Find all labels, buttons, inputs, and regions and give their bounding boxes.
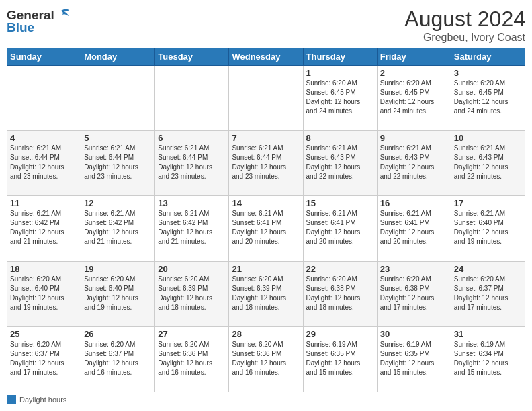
calendar-day-19: 19Sunrise: 6:20 AM Sunset: 6:40 PM Dayli…: [81, 261, 155, 326]
calendar-header-row: SundayMondayTuesdayWednesdayThursdayFrid…: [7, 48, 525, 66]
calendar-day-21: 21Sunrise: 6:20 AM Sunset: 6:39 PM Dayli…: [229, 261, 303, 326]
calendar-day-14: 14Sunrise: 6:21 AM Sunset: 6:41 PM Dayli…: [229, 196, 303, 261]
day-info: Sunrise: 6:21 AM Sunset: 6:43 PM Dayligh…: [306, 144, 374, 181]
day-info: Sunrise: 6:20 AM Sunset: 6:40 PM Dayligh…: [84, 275, 152, 312]
day-info: Sunrise: 6:20 AM Sunset: 6:39 PM Dayligh…: [232, 275, 300, 312]
day-number: 21: [232, 264, 300, 274]
day-info: Sunrise: 6:21 AM Sunset: 6:44 PM Dayligh…: [232, 144, 300, 181]
day-number: 14: [232, 198, 300, 208]
day-info: Sunrise: 6:21 AM Sunset: 6:41 PM Dayligh…: [306, 209, 374, 246]
day-info: Sunrise: 6:19 AM Sunset: 6:35 PM Dayligh…: [380, 340, 448, 377]
main-title: August 2024: [404, 7, 525, 32]
calendar-header-friday: Friday: [377, 48, 451, 66]
day-number: 20: [158, 264, 226, 274]
calendar-empty-cell: [7, 66, 81, 131]
legend-label: Daylight hours: [19, 396, 66, 404]
day-number: 30: [380, 329, 448, 339]
day-info: Sunrise: 6:20 AM Sunset: 6:36 PM Dayligh…: [158, 340, 226, 377]
calendar-day-13: 13Sunrise: 6:21 AM Sunset: 6:42 PM Dayli…: [155, 196, 229, 261]
day-info: Sunrise: 6:21 AM Sunset: 6:42 PM Dayligh…: [158, 209, 226, 246]
calendar-day-9: 9Sunrise: 6:21 AM Sunset: 6:43 PM Daylig…: [377, 131, 451, 196]
calendar-day-11: 11Sunrise: 6:21 AM Sunset: 6:42 PM Dayli…: [7, 196, 81, 261]
calendar-header-monday: Monday: [81, 48, 155, 66]
day-number: 28: [232, 329, 300, 339]
calendar-empty-cell: [229, 66, 303, 131]
day-info: Sunrise: 6:20 AM Sunset: 6:39 PM Dayligh…: [158, 275, 226, 312]
day-info: Sunrise: 6:21 AM Sunset: 6:44 PM Dayligh…: [84, 144, 152, 181]
day-number: 2: [380, 68, 448, 78]
calendar-day-24: 24Sunrise: 6:20 AM Sunset: 6:37 PM Dayli…: [451, 261, 525, 326]
logo-bird-icon: [56, 7, 71, 21]
day-info: Sunrise: 6:20 AM Sunset: 6:45 PM Dayligh…: [454, 79, 522, 116]
calendar-day-15: 15Sunrise: 6:21 AM Sunset: 6:41 PM Dayli…: [303, 196, 377, 261]
calendar-day-23: 23Sunrise: 6:20 AM Sunset: 6:38 PM Dayli…: [377, 261, 451, 326]
day-info: Sunrise: 6:21 AM Sunset: 6:42 PM Dayligh…: [84, 209, 152, 246]
calendar-day-4: 4Sunrise: 6:21 AM Sunset: 6:44 PM Daylig…: [7, 131, 81, 196]
day-number: 9: [380, 133, 448, 143]
day-info: Sunrise: 6:20 AM Sunset: 6:45 PM Dayligh…: [380, 79, 448, 116]
legend: Daylight hours: [7, 395, 525, 404]
calendar-week-row: 25Sunrise: 6:20 AM Sunset: 6:37 PM Dayli…: [7, 326, 525, 392]
day-number: 12: [84, 198, 152, 208]
calendar-day-8: 8Sunrise: 6:21 AM Sunset: 6:43 PM Daylig…: [303, 131, 377, 196]
day-number: 8: [306, 133, 374, 143]
day-number: 31: [454, 329, 522, 339]
calendar-week-row: 4Sunrise: 6:21 AM Sunset: 6:44 PM Daylig…: [7, 131, 525, 196]
calendar-day-25: 25Sunrise: 6:20 AM Sunset: 6:37 PM Dayli…: [7, 326, 81, 392]
calendar-day-17: 17Sunrise: 6:21 AM Sunset: 6:40 PM Dayli…: [451, 196, 525, 261]
day-info: Sunrise: 6:20 AM Sunset: 6:45 PM Dayligh…: [306, 79, 374, 116]
calendar-week-row: 1Sunrise: 6:20 AM Sunset: 6:45 PM Daylig…: [7, 66, 525, 131]
calendar-day-10: 10Sunrise: 6:21 AM Sunset: 6:43 PM Dayli…: [451, 131, 525, 196]
calendar-day-1: 1Sunrise: 6:20 AM Sunset: 6:45 PM Daylig…: [303, 66, 377, 131]
day-info: Sunrise: 6:19 AM Sunset: 6:35 PM Dayligh…: [306, 340, 374, 377]
calendar-day-16: 16Sunrise: 6:21 AM Sunset: 6:41 PM Dayli…: [377, 196, 451, 261]
day-number: 4: [10, 133, 78, 143]
logo-blue: Blue: [7, 20, 34, 35]
calendar-day-2: 2Sunrise: 6:20 AM Sunset: 6:45 PM Daylig…: [377, 66, 451, 131]
calendar-header-thursday: Thursday: [303, 48, 377, 66]
calendar-header-saturday: Saturday: [451, 48, 525, 66]
calendar-week-row: 11Sunrise: 6:21 AM Sunset: 6:42 PM Dayli…: [7, 196, 525, 261]
day-info: Sunrise: 6:21 AM Sunset: 6:44 PM Dayligh…: [10, 144, 78, 181]
day-number: 6: [158, 133, 226, 143]
subtitle: Gregbeu, Ivory Coast: [404, 32, 525, 44]
day-number: 19: [84, 264, 152, 274]
day-info: Sunrise: 6:20 AM Sunset: 6:40 PM Dayligh…: [10, 275, 78, 312]
day-info: Sunrise: 6:20 AM Sunset: 6:36 PM Dayligh…: [232, 340, 300, 377]
day-number: 15: [306, 198, 374, 208]
calendar-day-22: 22Sunrise: 6:20 AM Sunset: 6:38 PM Dayli…: [303, 261, 377, 326]
calendar-day-6: 6Sunrise: 6:21 AM Sunset: 6:44 PM Daylig…: [155, 131, 229, 196]
day-number: 11: [10, 198, 78, 208]
calendar-day-30: 30Sunrise: 6:19 AM Sunset: 6:35 PM Dayli…: [377, 326, 451, 392]
day-number: 22: [306, 264, 374, 274]
calendar-day-3: 3Sunrise: 6:20 AM Sunset: 6:45 PM Daylig…: [451, 66, 525, 131]
day-info: Sunrise: 6:21 AM Sunset: 6:43 PM Dayligh…: [454, 144, 522, 181]
calendar-day-26: 26Sunrise: 6:20 AM Sunset: 6:37 PM Dayli…: [81, 326, 155, 392]
day-info: Sunrise: 6:21 AM Sunset: 6:43 PM Dayligh…: [380, 144, 448, 181]
day-info: Sunrise: 6:20 AM Sunset: 6:37 PM Dayligh…: [10, 340, 78, 377]
day-number: 23: [380, 264, 448, 274]
calendar-empty-cell: [81, 66, 155, 131]
day-info: Sunrise: 6:20 AM Sunset: 6:38 PM Dayligh…: [306, 275, 374, 312]
calendar-table: SundayMondayTuesdayWednesdayThursdayFrid…: [7, 48, 525, 392]
day-number: 16: [380, 198, 448, 208]
day-info: Sunrise: 6:20 AM Sunset: 6:37 PM Dayligh…: [84, 340, 152, 377]
day-info: Sunrise: 6:21 AM Sunset: 6:42 PM Dayligh…: [10, 209, 78, 246]
day-number: 29: [306, 329, 374, 339]
header: General Blue August 2024 Gregbeu, Ivory …: [7, 7, 525, 44]
day-info: Sunrise: 6:21 AM Sunset: 6:41 PM Dayligh…: [232, 209, 300, 246]
calendar-day-28: 28Sunrise: 6:20 AM Sunset: 6:36 PM Dayli…: [229, 326, 303, 392]
calendar-day-31: 31Sunrise: 6:19 AM Sunset: 6:34 PM Dayli…: [451, 326, 525, 392]
calendar-empty-cell: [155, 66, 229, 131]
day-number: 13: [158, 198, 226, 208]
day-number: 10: [454, 133, 522, 143]
day-number: 27: [158, 329, 226, 339]
day-number: 18: [10, 264, 78, 274]
calendar-day-27: 27Sunrise: 6:20 AM Sunset: 6:36 PM Dayli…: [155, 326, 229, 392]
calendar-header-wednesday: Wednesday: [229, 48, 303, 66]
day-number: 24: [454, 264, 522, 274]
calendar-week-row: 18Sunrise: 6:20 AM Sunset: 6:40 PM Dayli…: [7, 261, 525, 326]
day-number: 7: [232, 133, 300, 143]
day-info: Sunrise: 6:21 AM Sunset: 6:41 PM Dayligh…: [380, 209, 448, 246]
day-info: Sunrise: 6:19 AM Sunset: 6:34 PM Dayligh…: [454, 340, 522, 377]
